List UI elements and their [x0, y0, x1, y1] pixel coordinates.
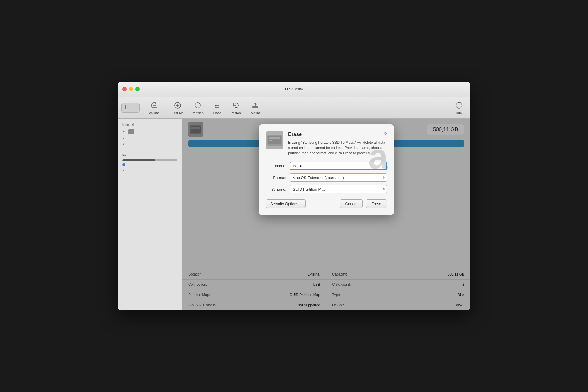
chevron-icon-2: ▼	[122, 137, 125, 140]
detail-area: 500,11 GB Location: External Connection:	[182, 119, 470, 310]
svg-rect-0	[126, 105, 130, 109]
format-label: Format:	[266, 175, 286, 180]
scheme-select-wrapper: GUID Partition Map Master Boot Record Ap…	[290, 185, 387, 193]
restore-button[interactable]: Restore	[227, 99, 246, 116]
info-button[interactable]: Info	[451, 99, 467, 116]
scheme-row: Scheme: GUID Partition Map Master Boot R…	[266, 185, 387, 193]
mount-button[interactable]: Mount	[246, 99, 264, 116]
dot-indicators	[118, 162, 182, 168]
cancel-button[interactable]: Cancel	[340, 199, 363, 208]
restore-icon	[231, 101, 241, 110]
external-section-header: Ex	[118, 152, 182, 158]
partition-icon	[193, 101, 202, 110]
format-select[interactable]: Mac OS Extended (Journaled) Mac OS Exten…	[290, 173, 387, 182]
dialog-description: Erasing "Samsung Portable SSD T5 Media" …	[288, 140, 387, 156]
erase-button[interactable]: Erase	[208, 99, 226, 116]
dialog-form: Name: Format: Mac OS Extended (Journaled…	[266, 162, 387, 193]
title-bar: Disk Utility	[118, 82, 470, 97]
storage-progress-bar	[122, 159, 177, 161]
svg-rect-27	[269, 140, 272, 141]
sidebar: Internal ▼ ▼ ▼ Ex	[118, 119, 182, 310]
sidebar-divider	[118, 150, 182, 150]
internal-section-header: Internal	[118, 121, 182, 127]
name-row: Name:	[266, 162, 387, 170]
svg-rect-26	[275, 137, 280, 139]
toolbar-separator-1	[166, 102, 166, 114]
modal-overlay: a	[182, 119, 470, 310]
firstaid-icon	[173, 101, 182, 110]
volume-button[interactable]: Volume	[145, 99, 163, 116]
svg-rect-12	[253, 106, 258, 108]
maximize-button[interactable]	[135, 87, 140, 91]
scheme-label: Scheme:	[266, 187, 286, 192]
sidebar-item-2[interactable]: ▼	[118, 136, 182, 141]
mount-icon	[251, 101, 260, 110]
partition-button[interactable]: Partition	[188, 99, 207, 116]
scheme-select[interactable]: GUID Partition Map Master Boot Record Ap…	[290, 185, 387, 193]
toolbar: Volume First Aid Par	[118, 97, 470, 119]
sidebar-item-4[interactable]: ▼	[118, 168, 182, 173]
disk-icon-1	[128, 129, 134, 134]
firstaid-label: First Aid	[172, 111, 184, 115]
traffic-lights	[122, 87, 140, 91]
sidebar-toggle-button[interactable]	[123, 104, 132, 111]
dialog-header: Erase ? Erasing "Samsung Portable SSD T5…	[266, 131, 387, 156]
disk-utility-window: Disk Utility	[118, 82, 470, 310]
window-title: Disk Utility	[285, 87, 303, 91]
restore-label: Restore	[231, 111, 242, 115]
info-icon	[454, 101, 464, 110]
volume-label: Volume	[149, 111, 160, 115]
dialog-help-button[interactable]: ?	[384, 131, 387, 138]
erase-icon	[212, 101, 222, 110]
format-select-wrapper: Mac OS Extended (Journaled) Mac OS Exten…	[290, 173, 387, 182]
storage-progress-fill	[122, 159, 155, 161]
name-input[interactable]	[290, 162, 387, 170]
erase-dialog: Erase ? Erasing "Samsung Portable SSD T5…	[259, 124, 394, 215]
sidebar-item-3[interactable]: ▼	[118, 141, 182, 147]
minimize-button[interactable]	[129, 87, 133, 91]
firstaid-button[interactable]: First Aid	[168, 99, 187, 116]
security-options-button[interactable]: Security Options...	[266, 199, 306, 208]
svg-rect-25	[269, 137, 275, 139]
view-group	[121, 103, 140, 113]
external-bar	[118, 158, 182, 162]
chevron-icon-4: ▼	[122, 169, 125, 172]
dialog-title: Erase	[288, 131, 302, 137]
info-label: Info	[456, 111, 462, 115]
view-chevron-button[interactable]	[133, 104, 137, 111]
dialog-disk-icon	[266, 131, 283, 149]
chevron-icon-1: ▼	[122, 130, 125, 133]
main-content: Internal ▼ ▼ ▼ Ex	[118, 119, 470, 310]
dialog-title-area: Erase ? Erasing "Samsung Portable SSD T5…	[288, 131, 387, 156]
sidebar-item-1[interactable]: ▼	[118, 128, 182, 136]
mount-label: Mount	[251, 111, 260, 115]
erase-label: Erase	[213, 111, 221, 115]
dialog-title-row: Erase ?	[288, 131, 387, 138]
close-button[interactable]	[122, 87, 127, 91]
format-row: Format: Mac OS Extended (Journaled) Mac …	[266, 173, 387, 182]
dialog-buttons: Security Options... Cancel Erase	[266, 199, 387, 208]
dot-indicator-1	[122, 163, 125, 166]
volume-icon	[149, 101, 159, 110]
chevron-icon-3: ▼	[122, 143, 125, 146]
svg-point-16	[459, 103, 459, 104]
erase-confirm-button[interactable]: Erase	[366, 199, 387, 208]
partition-label: Partition	[191, 111, 203, 115]
name-label: Name:	[266, 164, 286, 168]
svg-rect-2	[152, 104, 157, 107]
